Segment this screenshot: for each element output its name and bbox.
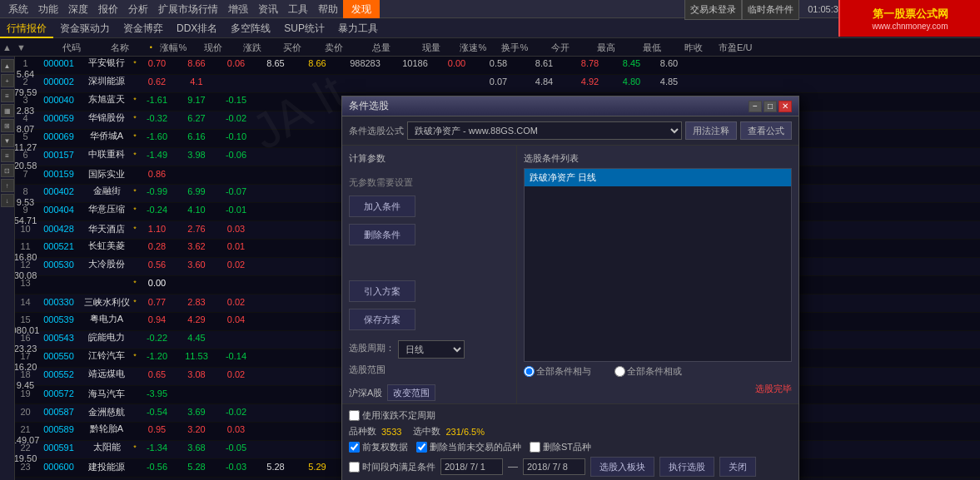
col-header-diff: 涨跌: [234, 38, 271, 57]
tb2-market-quote[interactable]: 行情报价: [0, 18, 53, 38]
row-name: 平安银行: [82, 57, 132, 69]
sidebar-btn-3[interactable]: ≡: [1, 89, 14, 102]
row-turnover: 0.58: [475, 57, 521, 69]
sidebar-btn-4[interactable]: ▦: [1, 104, 14, 117]
row-star: *: [132, 57, 138, 69]
usage-note-btn[interactable]: 用法注释: [685, 121, 737, 140]
time-range-label[interactable]: 时间段内满足条件: [349, 461, 435, 473]
brand-logo: 第一股票公式网 www.chnmoney.com: [838, 0, 980, 37]
radio-or-label[interactable]: 全部条件相或: [614, 365, 682, 378]
tb2-ddx-rank[interactable]: DDX排名: [170, 18, 224, 38]
row-diff: 0.03: [217, 221, 255, 236]
tb2-power-tool[interactable]: 暴力工具: [331, 18, 385, 38]
tab-discover[interactable]: 发现: [343, 0, 380, 18]
period-select[interactable]: 日线: [398, 340, 465, 359]
row-sell: [296, 111, 338, 124]
sidebar-btn-2[interactable]: +: [1, 74, 14, 87]
close-dialog-btn[interactable]: 关闭: [719, 457, 756, 477]
condition-item-1[interactable]: 跌破净资产 日线: [525, 169, 791, 186]
nav-arrow-up[interactable]: ▲: [0, 38, 14, 57]
table-row[interactable]: 1 000001 平安银行 * 0.70 8.66 0.06 8.65 8.66…: [15, 57, 980, 75]
row-star: *: [132, 294, 138, 309]
row-star: [132, 459, 138, 474]
row-pe: [15, 290, 36, 294]
row-sell: [296, 441, 338, 453]
col-header-buy: 买价: [271, 38, 313, 57]
temp-condition[interactable]: 临时条件件: [742, 0, 799, 20]
exclude-no-trade-check[interactable]: [416, 442, 427, 453]
import-plan-btn[interactable]: 引入方案: [349, 280, 415, 302]
radio-and[interactable]: [524, 366, 535, 377]
execute-select-btn[interactable]: 执行选股: [659, 457, 714, 477]
dialog-maximize-btn[interactable]: □: [764, 101, 777, 112]
row-code: 000530: [36, 258, 82, 270]
dialog-formula-bar: 条件选股公式 跌破净资产 - www.88GS.COM 用法注释 查看公式: [342, 116, 798, 146]
menu-system[interactable]: 系统: [3, 0, 33, 18]
use-jump-label[interactable]: 使用涨跌不定周期: [349, 409, 435, 422]
tb2-capital-game[interactable]: 资金博弈: [117, 18, 170, 38]
sidebar-btn-8[interactable]: ⊡: [1, 164, 14, 177]
condition-dialog[interactable]: 条件选股 − □ ✕ 条件选股公式 跌破净资产 - www.88GS.COM 用…: [341, 96, 799, 480]
row-buy: [255, 75, 296, 87]
tb2-capital-drive[interactable]: 资金驱动力: [53, 18, 117, 38]
exclude-st-label[interactable]: 删除ST品种: [530, 441, 591, 453]
sidebar-btn-7[interactable]: ≡: [1, 149, 14, 162]
row-pe: [15, 474, 36, 477]
remove-condition-btn[interactable]: 删除条件: [349, 224, 415, 245]
row-buy: [255, 404, 296, 419]
row-name: 粤电力A: [82, 313, 132, 325]
menu-help[interactable]: 帮助: [313, 0, 343, 18]
time-range-check[interactable]: [349, 462, 360, 473]
row-change: -1.20: [138, 349, 176, 362]
sidebar-btn-5[interactable]: ⊞: [1, 119, 14, 132]
change-range-btn[interactable]: 改变范围: [387, 384, 435, 401]
row-star: *: [132, 203, 138, 215]
prev-data-label[interactable]: 前复权数据: [349, 441, 408, 453]
sidebar-btn-6[interactable]: ▼: [1, 134, 14, 147]
row-code: 000521: [36, 240, 82, 252]
row-code: 000159: [36, 166, 82, 181]
dialog-minimize-btn[interactable]: −: [749, 101, 762, 112]
row-prev: 4.85: [650, 75, 688, 87]
footer-row-jump: 使用涨跌不定周期: [349, 409, 792, 422]
row-code: 000040: [36, 93, 82, 106]
dialog-close-btn[interactable]: ✕: [779, 101, 792, 112]
add-condition-btn[interactable]: 加入条件: [349, 195, 415, 217]
row-current: 10186: [392, 57, 438, 69]
radio-or[interactable]: [614, 366, 625, 377]
menu-depth[interactable]: 深度: [63, 0, 93, 18]
menu-news[interactable]: 资讯: [253, 0, 283, 18]
use-jump-check[interactable]: [349, 410, 360, 421]
conditions-list[interactable]: 跌破净资产 日线: [524, 168, 792, 362]
formula-select[interactable]: 跌破净资产 - www.88GS.COM: [407, 121, 682, 140]
exclude-no-trade-label[interactable]: 删除当前未交易的品种: [416, 441, 521, 453]
start-date-input[interactable]: [440, 458, 503, 475]
nav-arrow-down[interactable]: ▼: [14, 38, 28, 57]
row-sell: 8.66: [296, 57, 338, 69]
menu-quote[interactable]: 报价: [93, 0, 123, 18]
sidebar-btn-1[interactable]: ▲: [1, 59, 14, 72]
tb2-sup-stats[interactable]: SUP统计: [277, 18, 331, 38]
sidebar-btn-9[interactable]: ↑: [1, 179, 14, 192]
menu-enhance[interactable]: 增强: [223, 0, 253, 18]
menu-function[interactable]: 功能: [33, 0, 63, 18]
row-name: 三峡水利仪: [82, 294, 132, 309]
end-date-input[interactable]: [523, 458, 585, 475]
radio-and-label[interactable]: 全部条件相与: [524, 365, 591, 378]
prev-data-check[interactable]: [349, 442, 360, 453]
menu-tools[interactable]: 工具: [283, 0, 313, 18]
trade-not-login[interactable]: 交易未登录: [684, 0, 742, 20]
table-row[interactable]: 2 000002 深圳能源 0.62 4.1 0.07 4.84 4.92 4.…: [15, 75, 980, 93]
select-to-pool-btn[interactable]: 选股入板块: [590, 457, 654, 477]
save-plan-btn[interactable]: 保存方案: [349, 309, 415, 330]
use-jump-text: 使用涨跌不定周期: [362, 409, 435, 422]
exclude-st-check[interactable]: [530, 442, 540, 453]
sidebar-btn-10[interactable]: ↓: [1, 194, 14, 207]
stats-variety-label: 品种数: [349, 425, 376, 438]
menu-analysis[interactable]: 分析: [123, 0, 153, 18]
row-num: 23: [15, 459, 36, 474]
row-diff: 0.06: [217, 57, 255, 69]
tb2-bull-bear[interactable]: 多空阵线: [224, 18, 277, 38]
view-formula-btn[interactable]: 查看公式: [740, 121, 792, 140]
menu-extended[interactable]: 扩展市场行情: [153, 0, 223, 18]
